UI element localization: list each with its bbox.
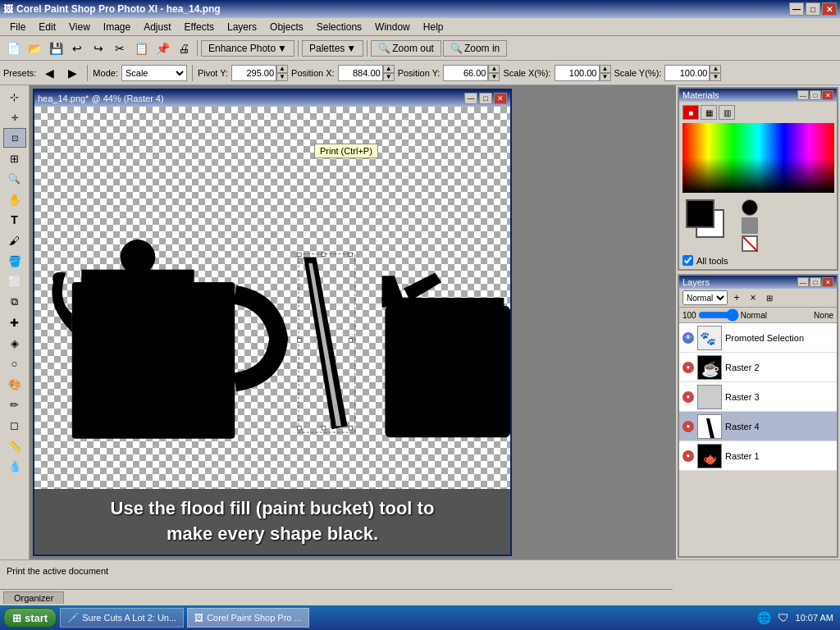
pivot-y-down[interactable]: ▼ xyxy=(276,73,288,81)
menu-help[interactable]: Help xyxy=(417,20,450,34)
image-close-btn[interactable]: ✕ xyxy=(494,93,507,104)
zoom-in-button[interactable]: 🔍 Zoom in xyxy=(443,40,507,57)
scale-x-input[interactable] xyxy=(555,65,600,81)
layers-close-btn[interactable]: ✕ xyxy=(822,277,833,287)
all-tools-checkbox[interactable] xyxy=(682,255,693,266)
presets-prev[interactable]: ◀ xyxy=(39,63,59,83)
position-x-up[interactable]: ▲ xyxy=(383,65,395,73)
layer-eye-raster4[interactable]: ● xyxy=(682,421,694,432)
layer-item-raster2[interactable]: ● ☕ Raster 2 xyxy=(679,353,837,382)
gradient-tab[interactable]: ▦ xyxy=(701,105,717,120)
fg-bg-colors[interactable] xyxy=(686,199,735,240)
color-spectrum[interactable] xyxy=(682,123,834,193)
zoom-tool[interactable]: 🔍 xyxy=(3,169,26,189)
solid-color-tab[interactable]: ■ xyxy=(682,105,699,120)
menu-edit[interactable]: Edit xyxy=(32,20,62,34)
scale-y-down[interactable]: ▼ xyxy=(710,73,721,81)
sharpen-tool[interactable]: ◈ xyxy=(3,333,26,353)
menu-selections[interactable]: Selections xyxy=(310,20,368,34)
layers-merge-btn[interactable]: ⊞ xyxy=(762,290,777,305)
image-minimize-btn[interactable]: — xyxy=(464,93,477,104)
layers-blend-mode-select[interactable]: Normal xyxy=(682,290,728,305)
materials-expand-btn[interactable]: □ xyxy=(810,90,821,100)
crop-tool[interactable]: ⊞ xyxy=(3,148,26,168)
enhance-photo-button[interactable]: Enhance Photo ▼ xyxy=(201,40,294,57)
scale-x-up[interactable]: ▲ xyxy=(600,65,611,73)
open-button[interactable]: 📂 xyxy=(25,39,44,58)
print-button[interactable]: 🖨 xyxy=(174,39,194,58)
materials-minimize-btn[interactable]: — xyxy=(797,90,809,100)
paste-button[interactable]: 📌 xyxy=(153,39,172,58)
color-replace-tool[interactable]: 🎨 xyxy=(3,374,26,394)
pivot-y-input[interactable] xyxy=(231,65,276,81)
organizer-tab[interactable]: Organizer xyxy=(3,591,64,604)
position-x-down[interactable]: ▼ xyxy=(383,73,395,81)
layer-item-raster4[interactable]: ● Raster 4 xyxy=(679,412,837,441)
layers-opacity-slider[interactable] xyxy=(698,309,739,321)
layer-item-raster3[interactable]: ● Raster 3 xyxy=(679,382,837,412)
presets-next[interactable]: ▶ xyxy=(62,63,82,83)
draw-tool[interactable]: ✏ xyxy=(3,395,26,414)
redo-button[interactable]: ↪ xyxy=(89,39,108,58)
text-tool[interactable]: T xyxy=(3,210,26,230)
mode-select[interactable]: Scale xyxy=(121,65,187,81)
save-button[interactable]: 💾 xyxy=(46,39,66,58)
layer-eye-promoted[interactable]: 👁 xyxy=(682,332,694,344)
foreground-color-box[interactable] xyxy=(686,199,714,228)
fill-tool[interactable]: 🪣 xyxy=(3,251,26,271)
taskbar-item-corel[interactable]: 🖼 Corel Paint Shop Pro ... xyxy=(187,608,309,628)
color-circle[interactable] xyxy=(742,199,758,216)
menu-image[interactable]: Image xyxy=(97,20,137,34)
layer-eye-raster2[interactable]: ● xyxy=(682,362,694,373)
close-button[interactable]: ✕ xyxy=(822,2,837,16)
scale-x-down[interactable]: ▼ xyxy=(600,73,611,81)
layers-minimize-btn[interactable]: — xyxy=(797,277,809,287)
menu-window[interactable]: Window xyxy=(368,20,417,34)
maximize-button[interactable]: □ xyxy=(806,2,820,16)
start-button[interactable]: ⊞ start xyxy=(3,608,57,628)
selection-tool[interactable]: ⊹ xyxy=(3,87,26,107)
position-y-up[interactable]: ▲ xyxy=(488,65,500,73)
layers-delete-btn[interactable]: × xyxy=(746,290,760,305)
pivot-y-up[interactable]: ▲ xyxy=(276,65,288,73)
minimize-button[interactable]: — xyxy=(789,2,804,16)
undo-button[interactable]: ↩ xyxy=(67,39,87,58)
scale-y-input[interactable] xyxy=(664,65,710,81)
pattern-tab[interactable]: ▥ xyxy=(719,105,735,120)
clone-tool[interactable]: ⧉ xyxy=(3,292,26,312)
scale-y-up[interactable]: ▲ xyxy=(710,65,721,73)
move-tool[interactable]: ✛ xyxy=(3,107,26,127)
menu-effects[interactable]: Effects xyxy=(178,20,221,34)
color-picker-area[interactable] xyxy=(682,123,834,193)
cut-button[interactable]: ✂ xyxy=(110,39,130,58)
eyedropper-tool[interactable]: 💧 xyxy=(3,456,26,476)
position-y-down[interactable]: ▼ xyxy=(488,73,500,81)
dodge-tool[interactable]: ○ xyxy=(3,354,26,373)
layers-expand-btn[interactable]: □ xyxy=(810,277,821,287)
layer-eye-raster3[interactable]: ● xyxy=(682,391,694,403)
menu-layers[interactable]: Layers xyxy=(221,20,263,34)
measure-tool[interactable]: 📏 xyxy=(3,436,26,455)
color-swatch[interactable] xyxy=(742,217,758,234)
menu-view[interactable]: View xyxy=(62,20,97,34)
preset-shapes-tool[interactable]: ◻ xyxy=(3,415,26,435)
materials-close-btn[interactable]: ✕ xyxy=(822,90,833,100)
taskbar-item-surecuts[interactable]: 🪡 Sure Cuts A Lot 2: Un... xyxy=(60,608,184,628)
transparent-swatch[interactable] xyxy=(742,235,758,252)
canvas-content[interactable]: Use the flood fill (paint bucket) tool t… xyxy=(34,107,510,555)
layer-item-promoted[interactable]: 👁 🐾 Promoted Selection xyxy=(679,323,837,353)
palettes-button[interactable]: Palettes ▼ xyxy=(302,40,363,57)
image-maximize-btn[interactable]: □ xyxy=(479,93,492,104)
layers-new-btn[interactable]: + xyxy=(729,290,744,305)
transform-tool[interactable]: ⊡ xyxy=(3,128,26,148)
pan-tool[interactable]: ✋ xyxy=(3,189,26,209)
paint-tool[interactable]: 🖌 xyxy=(3,231,26,250)
eraser-tool[interactable]: ⬜ xyxy=(3,272,26,291)
menu-objects[interactable]: Objects xyxy=(263,20,310,34)
menu-file[interactable]: File xyxy=(3,20,32,34)
zoom-out-button[interactable]: 🔍 Zoom out xyxy=(371,40,441,57)
layer-item-raster1[interactable]: ● 🫖 Raster 1 xyxy=(679,441,837,471)
menu-adjust[interactable]: Adjust xyxy=(137,20,177,34)
position-y-input[interactable] xyxy=(443,65,488,81)
layer-eye-raster1[interactable]: ● xyxy=(682,450,694,462)
